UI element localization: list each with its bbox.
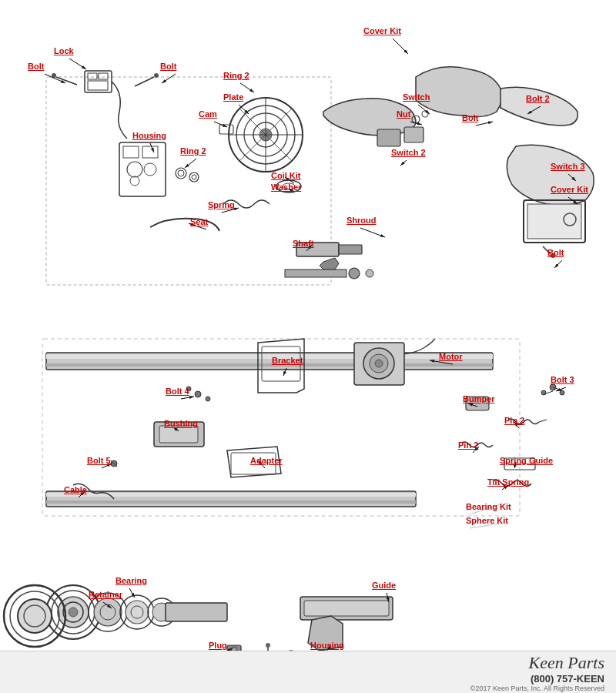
label-housing-guide[interactable]: Housing: [310, 641, 344, 651]
label-bolt5[interactable]: Bolt 5: [87, 456, 111, 466]
label-spring-guide[interactable]: Spring Guide: [500, 456, 553, 466]
svg-point-84: [69, 608, 78, 617]
svg-rect-50: [46, 354, 493, 359]
svg-point-89: [126, 601, 149, 624]
label-motor[interactable]: Motor: [439, 352, 463, 362]
label-bushing[interactable]: Bushing: [164, 419, 198, 429]
label-bolt-top-left[interactable]: Bolt: [28, 62, 44, 72]
label-cover-kit-top[interactable]: Cover Kit: [363, 26, 401, 36]
svg-point-61: [195, 391, 201, 397]
label-bolt3[interactable]: Bolt 3: [551, 375, 574, 385]
svg-point-65: [560, 390, 564, 395]
label-bolt-right[interactable]: Bolt: [462, 113, 478, 123]
label-cam[interactable]: Cam: [199, 109, 217, 119]
copyright: ©2017 Keen Parts, Inc. All Rights Reserv…: [470, 685, 604, 692]
label-pin2-right[interactable]: Pin 2: [504, 416, 524, 426]
svg-rect-53: [46, 493, 416, 497]
svg-rect-35: [404, 127, 424, 142]
label-adapter[interactable]: Adapter: [250, 456, 283, 466]
label-shaft[interactable]: Shaft: [293, 239, 314, 249]
diagram-container: Lock Bolt Bolt Ring 2 Cover Kit Plate Sw…: [0, 0, 616, 693]
svg-rect-46: [285, 270, 346, 277]
svg-rect-44: [339, 245, 362, 254]
label-bolt4[interactable]: Bolt 4: [166, 387, 189, 397]
label-bracket[interactable]: Bracket: [272, 356, 303, 366]
label-washer[interactable]: Washer: [271, 182, 301, 192]
label-bearing-kit: Bearing Kit: [466, 502, 511, 512]
svg-point-62: [206, 397, 210, 401]
svg-rect-93: [166, 603, 227, 621]
svg-point-97: [266, 643, 270, 648]
svg-point-47: [349, 268, 360, 279]
svg-rect-54: [46, 500, 416, 504]
svg-point-86: [94, 598, 122, 626]
label-ring2-mid[interactable]: Ring 2: [180, 146, 206, 156]
label-retainer[interactable]: Retainer: [89, 590, 122, 600]
label-coil-kit[interactable]: Coil Kit: [271, 171, 301, 181]
svg-point-104: [18, 599, 52, 633]
label-bolt-right-lower[interactable]: Bolt: [547, 248, 564, 258]
label-tilt-spring[interactable]: Tilt Spring: [487, 477, 529, 487]
label-sphere-kit: Sphere Kit: [466, 516, 508, 526]
parts-diagram-svg: [0, 0, 616, 670]
svg-rect-101: [304, 601, 389, 616]
svg-point-66: [541, 390, 546, 395]
svg-rect-34: [377, 129, 400, 146]
label-bolt-top-center[interactable]: Bolt: [160, 62, 176, 72]
label-bearing[interactable]: Bearing: [116, 576, 147, 586]
label-housing[interactable]: Housing: [132, 131, 166, 141]
label-plug[interactable]: Plug: [209, 641, 227, 651]
label-bumper[interactable]: Bumper: [463, 394, 495, 404]
svg-point-59: [375, 360, 383, 367]
label-seat[interactable]: Seat: [190, 217, 208, 227]
label-guide[interactable]: Guide: [372, 581, 396, 591]
label-switch3[interactable]: Switch 3: [551, 162, 585, 172]
svg-point-11: [154, 73, 159, 78]
label-nut[interactable]: Nut: [397, 109, 410, 119]
label-plate[interactable]: Plate: [223, 92, 243, 102]
label-pin2-left[interactable]: Pin 2: [458, 440, 478, 450]
svg-point-48: [366, 270, 373, 277]
label-bolt2-right[interactable]: Bolt 2: [526, 94, 550, 104]
label-cover-kit-right[interactable]: Cover Kit: [551, 185, 588, 195]
phone: (800) 757-KEEN: [531, 673, 604, 685]
label-spring[interactable]: Spring: [208, 200, 235, 210]
label-ring2-top[interactable]: Ring 2: [223, 71, 249, 81]
label-switch-top[interactable]: Switch: [403, 92, 430, 102]
label-lock[interactable]: Lock: [54, 46, 74, 56]
svg-rect-51: [46, 363, 493, 367]
logo: Keen Parts: [529, 653, 604, 673]
svg-rect-39: [527, 204, 581, 239]
label-cable[interactable]: Cable: [64, 485, 87, 495]
label-shroud[interactable]: Shroud: [346, 216, 377, 226]
label-switch2[interactable]: Switch 2: [391, 148, 426, 158]
